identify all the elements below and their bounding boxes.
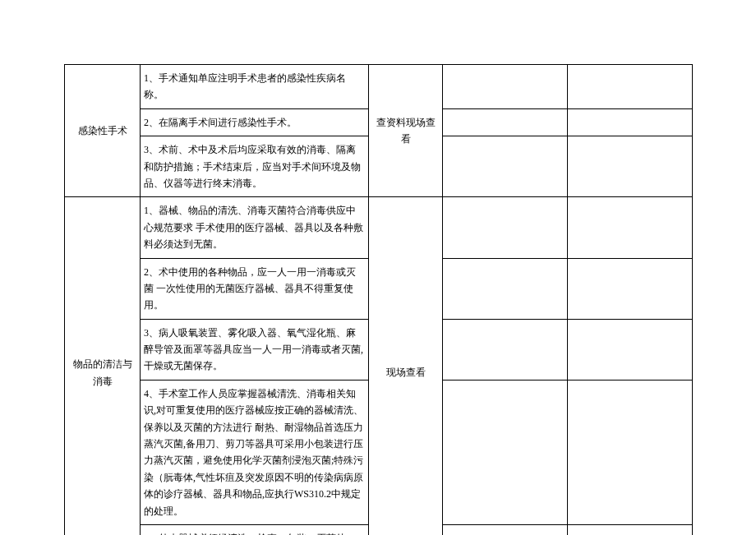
empty-cell [443, 524, 568, 535]
requirement-cell: 2、术中使用的各种物品，应一人一用一消毒或灭菌 一次性使用的无菌医疗器械、器具不… [141, 258, 369, 319]
empty-cell [443, 108, 568, 136]
method-cell: 查资料现场查看 [369, 65, 443, 197]
requirement-cell: 4、手术室工作人员应掌握器械清洗、消毒相关知识,对可重复使用的医疗器械应按正确的… [141, 380, 369, 524]
method-cell: 现场查看 [369, 197, 443, 535]
empty-cell [568, 524, 693, 535]
requirement-cell: 3、病人吸氧装置、雾化吸入器、氧气湿化瓶、麻醉导管及面罩等器具应当一人一用一消毒… [141, 319, 369, 380]
inspection-table: 感染性手术 1、手术通知单应注明手术患者的感染性疾病名称。 查资料现场查看 2、… [64, 64, 693, 535]
empty-cell [568, 108, 693, 136]
empty-cell [568, 197, 693, 258]
table-row: 感染性手术 1、手术通知单应注明手术患者的感染性疾病名称。 查资料现场查看 [65, 65, 693, 109]
empty-cell [568, 136, 693, 197]
empty-cell [443, 197, 568, 258]
empty-cell [443, 258, 568, 319]
category-cell: 感染性手术 [65, 65, 141, 197]
empty-cell [443, 380, 568, 524]
empty-cell [443, 136, 568, 197]
requirement-cell: 1、手术通知单应注明手术患者的感染性疾病名称。 [141, 65, 369, 109]
requirement-cell: 5、外来器械必须经清洗、检查、包装、灭菌处 [141, 524, 369, 535]
category-cell: 物品的清洁与消毒 [65, 197, 141, 535]
empty-cell [443, 65, 568, 109]
requirement-cell: 1、器械、物品的清洗、消毒灭菌符合消毒供应中心规范要求 手术使用的医疗器械、器具… [141, 197, 369, 258]
document-table: 感染性手术 1、手术通知单应注明手术患者的感染性疾病名称。 查资料现场查看 2、… [64, 64, 692, 535]
empty-cell [568, 65, 693, 109]
empty-cell [568, 319, 693, 380]
empty-cell [568, 258, 693, 319]
table-row: 物品的清洁与消毒 1、器械、物品的清洗、消毒灭菌符合消毒供应中心规范要求 手术使… [65, 197, 693, 258]
empty-cell [568, 380, 693, 524]
empty-cell [443, 319, 568, 380]
requirement-cell: 3、术前、术中及术后均应采取有效的消毒、隔离和防护措施；手术结束后，应当对手术间… [141, 136, 369, 197]
requirement-cell: 2、在隔离手术间进行感染性手术。 [141, 108, 369, 136]
